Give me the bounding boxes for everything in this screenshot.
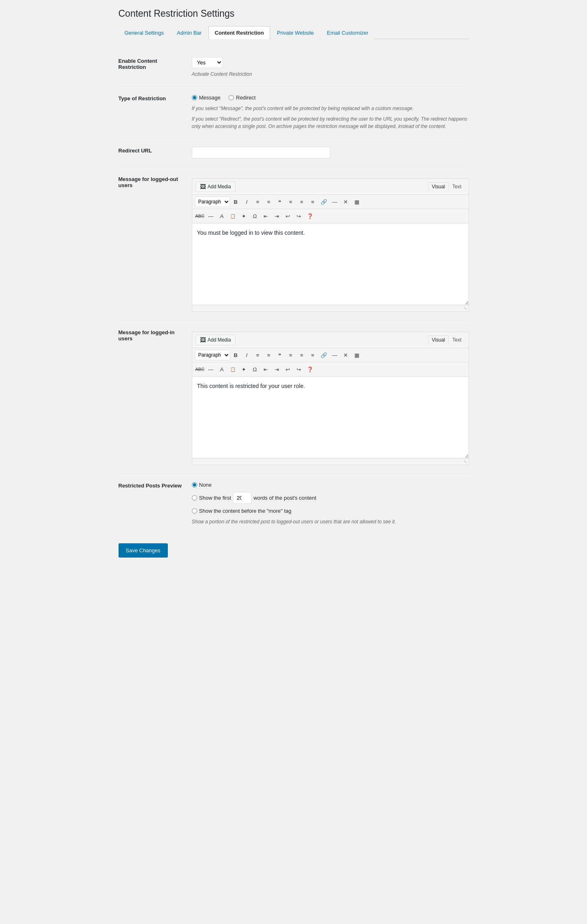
editor-content-logout[interactable]: You must be logged in to view this conte… [192, 223, 468, 305]
radio-redirect-label[interactable]: Redirect [229, 95, 255, 101]
toolbar-fullscreen-login[interactable]: ✕ [341, 350, 351, 360]
preview-words-input[interactable] [233, 492, 251, 504]
toolbar-indent-login[interactable]: ⇥ [272, 364, 282, 375]
preview-none-label[interactable]: None [192, 482, 469, 488]
toolbar-row1-login: Paragraph Heading 1 Heading 2 Heading 3 … [192, 348, 468, 362]
toolbar-paste-text-login[interactable]: 📋 [228, 364, 238, 375]
toolbar-redo-login[interactable]: ↪ [294, 364, 304, 375]
toolbar-strikethrough-login[interactable]: ABC [195, 364, 205, 375]
radio-message[interactable] [192, 95, 197, 100]
toolbar-kitchen-sink-logout[interactable]: ▦ [352, 196, 362, 207]
toolbar-align-center-logout[interactable]: ≡ [297, 196, 307, 207]
tab-email-customizer[interactable]: Email Customizer [321, 26, 374, 39]
visual-tab-logout[interactable]: Visual [428, 182, 448, 191]
toolbar-align-center-login[interactable]: ≡ [297, 350, 307, 360]
tab-general-settings[interactable]: General Settings [119, 26, 170, 39]
preview-more-tag-label[interactable]: Show the content before the "more" tag [192, 508, 469, 514]
resize-icon-logout: ⤡ [464, 306, 467, 311]
toolbar-special-chars-login[interactable]: Ω [250, 364, 260, 375]
toolbar-bold-logout[interactable]: B [231, 196, 241, 207]
resize-icon-login: ⤡ [464, 459, 467, 464]
paragraph-select-login[interactable]: Paragraph Heading 1 Heading 2 Heading 3 [195, 350, 230, 360]
text-tab-login[interactable]: Text [448, 335, 465, 344]
preview-first-words-label[interactable]: Show the first words of the post's conte… [192, 492, 469, 504]
add-media-btn-login[interactable]: 🖼 Add Media [196, 335, 235, 345]
message-logged-out-row: Message for logged-out users 🖼 Add Media… [119, 167, 469, 320]
toolbar-ol-logout[interactable]: ≡ [264, 196, 274, 207]
type-of-restriction-row: Type of Restriction Message Redirect If … [119, 86, 469, 139]
add-media-icon-login: 🖼 [200, 337, 206, 343]
toolbar-quote-logout[interactable]: ❝ [275, 196, 285, 207]
page-title: Content Restriction Settings [119, 8, 469, 19]
toolbar-ul-logout[interactable]: ≡ [253, 196, 263, 207]
type-of-restriction-description-message: If you select "Message", the post's cont… [192, 105, 469, 112]
preview-first-words-radio[interactable] [192, 495, 197, 501]
tab-admin-bar[interactable]: Admin Bar [171, 26, 208, 39]
type-of-restriction-content: Message Redirect If you select "Message"… [192, 95, 469, 130]
restricted-posts-preview-content: None Show the first words of the post's … [192, 482, 469, 525]
toolbar-strikethrough-logout[interactable]: ABC [195, 211, 205, 221]
editor-header-logout: 🖼 Add Media Visual Text [192, 179, 468, 195]
visual-text-tabs-login: Visual Text [428, 335, 465, 344]
tab-private-website[interactable]: Private Website [271, 26, 320, 39]
toolbar-kitchen-sink-login[interactable]: ▦ [352, 350, 362, 360]
toolbar-ul-login[interactable]: ≡ [253, 350, 263, 360]
toolbar-hr-logout[interactable]: — [206, 211, 216, 221]
radio-redirect[interactable] [229, 95, 234, 100]
preview-first-words-suffix: words of the post's content [253, 495, 316, 501]
toolbar-indent-logout[interactable]: ⇥ [272, 211, 282, 221]
preview-none-radio[interactable] [192, 482, 197, 487]
redirect-url-input[interactable] [192, 147, 330, 159]
toolbar-special-chars-logout[interactable]: Ω [250, 211, 260, 221]
toolbar-outdent-login[interactable]: ⇤ [261, 364, 271, 375]
toolbar-help-logout[interactable]: ❓ [305, 211, 315, 221]
toolbar-link-logout[interactable]: 🔗 [319, 196, 329, 207]
editor-content-login[interactable]: This content is restricted for your user… [192, 377, 468, 458]
add-media-label-login: Add Media [208, 337, 231, 343]
toolbar-clear-format-logout[interactable]: ✦ [239, 211, 249, 221]
editor-resize-logout: ⤡ [192, 305, 468, 311]
toolbar-outdent-logout[interactable]: ⇤ [261, 211, 271, 221]
toolbar-redo-logout[interactable]: ↪ [294, 211, 304, 221]
toolbar-paste-text-logout[interactable]: 📋 [228, 211, 238, 221]
radio-message-text: Message [199, 95, 221, 101]
toolbar-clear-format-login[interactable]: ✦ [239, 364, 249, 375]
toolbar-color-logout[interactable]: A [217, 211, 227, 221]
toolbar-color-login[interactable]: A [217, 364, 227, 375]
toolbar-undo-logout[interactable]: ↩ [283, 211, 293, 221]
enable-content-restriction-select[interactable]: Yes No [192, 57, 223, 68]
tab-content-restriction[interactable]: Content Restriction [209, 26, 270, 39]
tabs-bar: General Settings Admin Bar Content Restr… [119, 26, 469, 39]
toolbar-help-login[interactable]: ❓ [305, 364, 315, 375]
toolbar-bold-login[interactable]: B [231, 350, 241, 360]
preview-first-words-prefix: Show the first [199, 495, 231, 501]
toolbar-ol-login[interactable]: ≡ [264, 350, 274, 360]
save-changes-button[interactable]: Save Changes [119, 543, 168, 558]
toolbar-undo-login[interactable]: ↩ [283, 364, 293, 375]
toolbar-row1-logout: Paragraph Heading 1 Heading 2 Heading 3 … [192, 195, 468, 209]
toolbar-more-logout[interactable]: — [330, 196, 340, 207]
visual-tab-login[interactable]: Visual [428, 335, 448, 344]
radio-message-label[interactable]: Message [192, 95, 221, 101]
message-logged-out-content: 🖼 Add Media Visual Text Paragraph Headin… [192, 175, 469, 312]
enable-content-restriction-label: Enable Content Restriction [119, 57, 192, 70]
editor-text-logout: You must be logged in to view this conte… [197, 229, 305, 236]
toolbar-italic-logout[interactable]: I [242, 196, 252, 207]
toolbar-align-left-logout[interactable]: ≡ [286, 196, 296, 207]
toolbar-more-login[interactable]: — [330, 350, 340, 360]
message-logged-in-label: Message for logged-in users [119, 329, 192, 342]
preview-more-tag-radio[interactable] [192, 508, 197, 514]
toolbar-align-right-logout[interactable]: ≡ [308, 196, 318, 207]
add-media-btn-logout[interactable]: 🖼 Add Media [196, 181, 235, 192]
toolbar-align-right-login[interactable]: ≡ [308, 350, 318, 360]
type-of-restriction-label: Type of Restriction [119, 95, 192, 101]
toolbar-fullscreen-logout[interactable]: ✕ [341, 196, 351, 207]
toolbar-quote-login[interactable]: ❝ [275, 350, 285, 360]
toolbar-italic-login[interactable]: I [242, 350, 252, 360]
toolbar-align-left-login[interactable]: ≡ [286, 350, 296, 360]
paragraph-select-logout[interactable]: Paragraph Heading 1 Heading 2 Heading 3 [195, 196, 230, 207]
toolbar-link-login[interactable]: 🔗 [319, 350, 329, 360]
text-tab-logout[interactable]: Text [448, 182, 465, 191]
toolbar-hr-login[interactable]: — [206, 364, 216, 375]
radio-redirect-text: Redirect [236, 95, 255, 101]
